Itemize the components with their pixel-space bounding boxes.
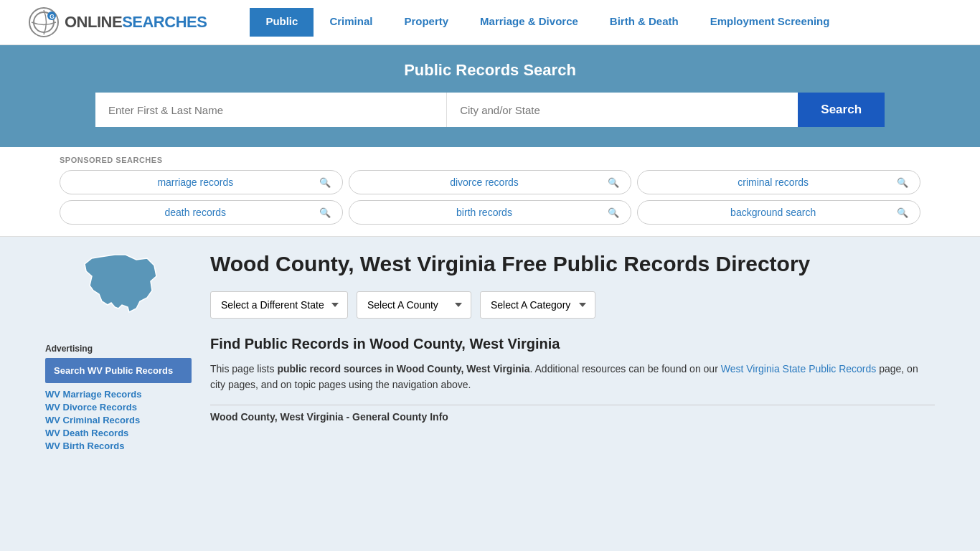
name-input[interactable]	[95, 93, 447, 127]
sponsored-item-death[interactable]: death records 🔍	[60, 200, 343, 225]
description-text: This page lists public record sources in…	[210, 361, 935, 393]
section-divider	[210, 405, 935, 405]
header: G ONLINESEARCHES Public Criminal Propert…	[0, 0, 980, 45]
sponsored-item-text-death: death records	[72, 207, 319, 218]
county-info-title: Wood County, West Virginia - General Cou…	[210, 411, 935, 423]
sidebar-link-divorce[interactable]: WV Divorce Records	[45, 402, 192, 413]
sponsored-item-text-marriage: marriage records	[72, 176, 319, 188]
sidebar-ad-box[interactable]: Search WV Public Records	[45, 358, 192, 383]
sponsored-item-text-criminal: criminal records	[649, 176, 897, 188]
nav-criminal[interactable]: Criminal	[314, 8, 388, 37]
sponsored-item-criminal[interactable]: criminal records 🔍	[637, 170, 920, 194]
sidebar-link-death[interactable]: WV Death Records	[45, 428, 192, 438]
search-icon-criminal: 🔍	[897, 177, 908, 188]
sponsored-item-text-divorce: divorce records	[361, 176, 608, 188]
search-banner-title: Public Records Search	[29, 61, 951, 80]
search-icon-death: 🔍	[319, 207, 331, 218]
main-nav: Public Criminal Property Marriage & Divo…	[250, 8, 845, 37]
search-icon-divorce: 🔍	[608, 177, 619, 188]
sidebar-link-criminal[interactable]: WV Criminal Records	[45, 415, 192, 425]
wv-map-svg	[72, 251, 165, 330]
category-dropdown[interactable]: Select A Category	[480, 291, 595, 319]
sidebar-link-marriage[interactable]: WV Marriage Records	[45, 389, 192, 400]
nav-property[interactable]: Property	[388, 8, 464, 37]
sponsored-wrapper: SPONSORED SEARCHES marriage records 🔍 di…	[45, 156, 935, 225]
advertising-label: Advertising	[45, 344, 192, 354]
logo: G ONLINESEARCHES	[29, 7, 207, 37]
nav-employment[interactable]: Employment Screening	[694, 8, 846, 37]
sponsored-grid: marriage records 🔍 divorce records 🔍 cri…	[60, 170, 920, 225]
sidebar-link-birth[interactable]: WV Birth Records	[45, 441, 192, 451]
sponsored-item-divorce[interactable]: divorce records 🔍	[349, 170, 632, 194]
search-button[interactable]: Search	[798, 93, 885, 127]
sponsored-label: SPONSORED SEARCHES	[60, 156, 920, 164]
desc-bold: public record sources in Wood County, We…	[277, 363, 529, 375]
state-dropdown[interactable]: Select a Different State	[210, 291, 348, 319]
dropdowns-row: Select a Different State Select A County…	[210, 291, 935, 319]
find-records-title: Find Public Records in Wood County, West…	[210, 336, 935, 352]
sponsored-item-marriage[interactable]: marriage records 🔍	[60, 170, 343, 194]
county-dropdown[interactable]: Select A County	[357, 291, 471, 319]
nav-marriage-divorce[interactable]: Marriage & Divorce	[464, 8, 594, 37]
desc-mid: . Additional resources can be found on o…	[530, 363, 721, 375]
sponsored-item-text-birth: birth records	[361, 207, 608, 218]
sponsored-item-text-background: background search	[649, 207, 897, 218]
search-banner: Public Records Search Search	[0, 45, 980, 147]
desc-link[interactable]: West Virginia State Public Records	[721, 363, 877, 375]
nav-birth-death[interactable]: Birth & Death	[594, 8, 694, 37]
sponsored-item-birth[interactable]: birth records 🔍	[349, 200, 632, 225]
sponsored-section: SPONSORED SEARCHES marriage records 🔍 di…	[0, 147, 980, 237]
location-input[interactable]	[447, 93, 798, 127]
logo-icon: G	[29, 7, 59, 37]
logo-text: ONLINESEARCHES	[65, 13, 207, 32]
state-map	[45, 251, 192, 332]
main-content: Wood County, West Virginia Free Public R…	[203, 251, 935, 453]
search-icon-birth: 🔍	[608, 207, 619, 218]
desc-prefix: This page lists	[210, 363, 277, 375]
main-area: Advertising Search WV Public Records WV …	[45, 237, 935, 475]
sidebar: Advertising Search WV Public Records WV …	[45, 251, 203, 453]
sponsored-item-background[interactable]: background search 🔍	[637, 200, 920, 225]
svg-text:G: G	[50, 13, 55, 20]
page-title: Wood County, West Virginia Free Public R…	[210, 251, 935, 277]
search-icon-background: 🔍	[897, 207, 908, 218]
search-form: Search	[95, 93, 885, 127]
search-icon-marriage: 🔍	[319, 177, 331, 188]
nav-public[interactable]: Public	[250, 8, 314, 37]
